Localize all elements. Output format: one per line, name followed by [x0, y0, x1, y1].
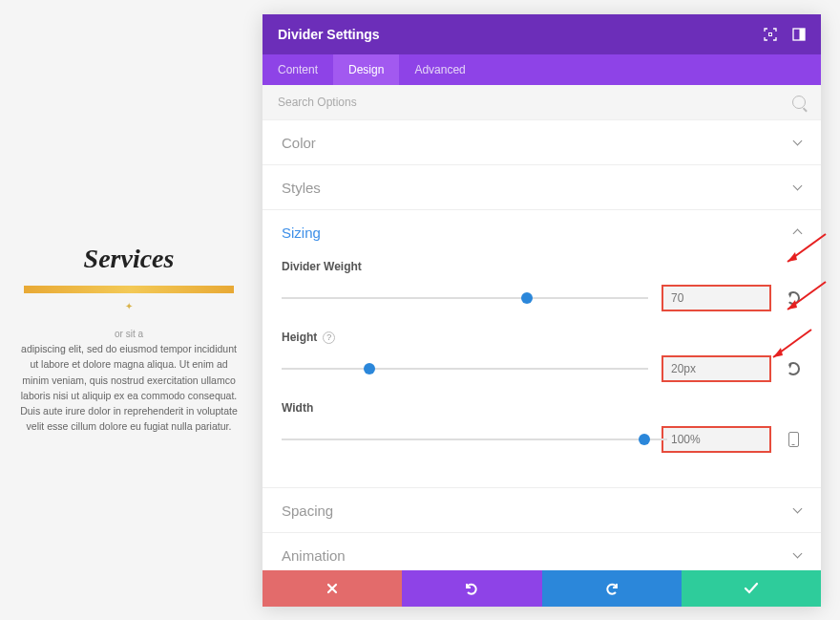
close-icon	[326, 582, 339, 595]
panel-footer	[262, 570, 821, 607]
redo-icon	[603, 582, 620, 595]
settings-panel: Divider Settings Content Design Advanced…	[262, 14, 821, 607]
control-width: Width	[282, 401, 802, 453]
reset-button[interactable]	[785, 289, 802, 307]
responsive-button[interactable]	[785, 431, 802, 448]
section-head-sizing[interactable]: Sizing	[262, 210, 821, 254]
panel-header: Divider Settings	[262, 14, 821, 54]
search-icon[interactable]	[792, 96, 806, 109]
slider-height[interactable]	[282, 361, 648, 376]
preview-divider	[24, 286, 234, 293]
reset-button[interactable]	[785, 360, 802, 377]
section-head-spacing[interactable]: Spacing	[262, 488, 821, 532]
sections: Color Styles Sizing Divider Weight	[262, 119, 821, 570]
preview-sparkle: ✦	[14, 301, 243, 311]
input-height[interactable]	[662, 355, 771, 382]
undo-icon	[787, 362, 800, 375]
section-title-styles: Styles	[282, 180, 792, 196]
slider-divider-weight[interactable]	[282, 290, 648, 306]
undo-icon	[787, 291, 800, 305]
section-title-color: Color	[282, 135, 792, 151]
help-icon[interactable]: ?	[323, 331, 335, 344]
section-animation: Animation	[262, 532, 821, 570]
check-icon	[744, 582, 759, 595]
control-height: Height ?	[282, 331, 802, 382]
input-width[interactable]	[662, 426, 771, 453]
label-height: Height	[282, 331, 317, 344]
section-sizing: Sizing Divider Weight	[262, 209, 821, 487]
chevron-down-icon	[792, 138, 802, 147]
tab-advanced[interactable]: Advanced	[399, 54, 480, 85]
section-styles: Styles	[262, 164, 821, 209]
input-divider-weight[interactable]	[662, 285, 771, 311]
expand-icon[interactable]	[764, 28, 777, 41]
redo-button[interactable]	[542, 570, 682, 607]
tab-design[interactable]: Design	[333, 54, 399, 85]
panel-title: Divider Settings	[278, 27, 764, 42]
smartphone-icon	[788, 432, 799, 447]
save-button[interactable]	[682, 570, 821, 607]
section-spacing: Spacing	[262, 487, 821, 532]
preview-body-text: adipiscing elit, sed do eiusmod tempor i…	[14, 341, 243, 435]
section-title-animation: Animation	[282, 547, 792, 564]
section-color: Color	[262, 119, 821, 164]
svg-rect-2	[800, 29, 806, 40]
undo-button[interactable]	[402, 570, 541, 607]
snap-icon[interactable]	[792, 28, 806, 41]
section-head-styles[interactable]: Styles	[262, 165, 821, 209]
search-row[interactable]: Search Options	[262, 85, 821, 119]
section-body-sizing: Divider Weight Height ?	[262, 254, 821, 487]
preview-fragment: or sit a	[14, 329, 243, 339]
cancel-button[interactable]	[262, 570, 402, 607]
chevron-up-icon	[792, 227, 802, 237]
section-head-color[interactable]: Color	[262, 120, 821, 164]
section-head-animation[interactable]: Animation	[262, 533, 821, 570]
control-divider-weight: Divider Weight	[282, 260, 802, 311]
label-width: Width	[282, 401, 802, 415]
section-title-spacing: Spacing	[282, 502, 792, 519]
undo-icon	[463, 582, 480, 595]
chevron-down-icon	[792, 182, 802, 192]
tabs: Content Design Advanced	[262, 54, 821, 85]
label-divider-weight: Divider Weight	[282, 260, 802, 273]
section-title-sizing: Sizing	[282, 224, 792, 241]
preview-title: Services	[14, 244, 243, 274]
preview-pane: Services ✦ or sit a adipiscing elit, sed…	[14, 244, 243, 435]
tab-content[interactable]: Content	[262, 54, 333, 85]
svg-rect-0	[769, 33, 772, 36]
chevron-down-icon	[792, 550, 802, 560]
slider-width[interactable]	[282, 432, 667, 447]
chevron-down-icon	[792, 505, 802, 515]
search-placeholder: Search Options	[278, 96, 792, 109]
